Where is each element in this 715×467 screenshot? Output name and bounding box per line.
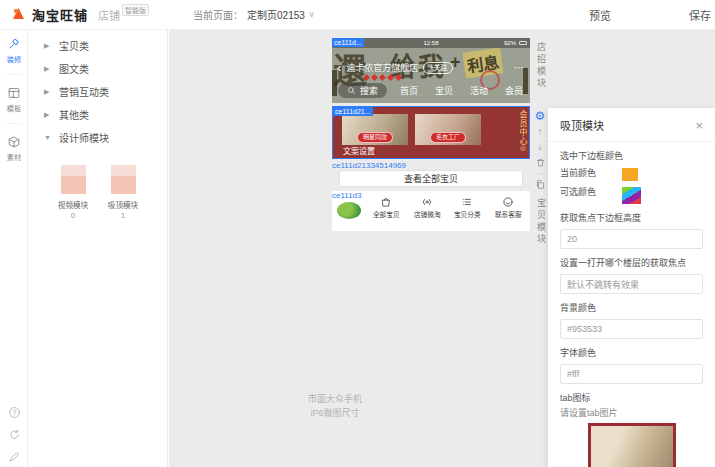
rail-bottom bbox=[0, 406, 28, 463]
store-tab-home[interactable]: 首页 bbox=[400, 84, 418, 97]
store-nav-items: 全部宝贝 店铺微淘 宝贝分类 bbox=[366, 194, 528, 231]
product-photo: 毛衣工厂 bbox=[415, 114, 481, 145]
tree-collapsed-icon: ▶ bbox=[44, 42, 52, 50]
module-id-tag: ce111d21... bbox=[333, 107, 373, 116]
footnote-line1: 市面大众手机 bbox=[292, 392, 378, 406]
current-page-label: 当前页面： bbox=[193, 7, 243, 22]
tab-image-block: 明星同款 ↑ ↓ bbox=[560, 423, 703, 467]
focus-height-label: 获取焦点下边框高度 bbox=[560, 211, 703, 224]
move-down-icon[interactable]: ↓ bbox=[538, 142, 543, 152]
photo-tag-button[interactable]: 明星同款 bbox=[357, 132, 393, 143]
tree-item-label: 设计师模块 bbox=[59, 130, 109, 145]
customer-service-icon bbox=[502, 196, 514, 208]
save-button[interactable]: 保存 bbox=[689, 7, 711, 23]
store-avatar bbox=[337, 202, 361, 219]
module-caption: 文案设置 bbox=[343, 145, 375, 156]
tab-image-preview[interactable]: 明星同款 bbox=[588, 423, 676, 467]
tree-item-designer-modules[interactable]: ▼ 设计师模块 bbox=[29, 126, 167, 149]
panel-title: 吸顶模块 bbox=[560, 117, 604, 133]
store-nav-module[interactable]: ce111d3 全部宝贝 店铺微淘 bbox=[332, 191, 530, 231]
nav-item-label: 全部宝贝 bbox=[367, 209, 405, 219]
feedback-edit-icon[interactable] bbox=[8, 450, 21, 463]
broadcast-icon bbox=[421, 196, 433, 208]
status-time: 12:58 bbox=[423, 38, 438, 48]
nav-item-label: 店铺微淘 bbox=[408, 209, 446, 219]
store-search-row: 搜索 首页 宝贝 活动 会员 bbox=[338, 83, 526, 98]
store-banner-module[interactable]: 還 给我 + 利息 ‹ 迪卡侬官方旗舰店 +关注 ⋯ bbox=[332, 48, 530, 103]
current-page-selector[interactable]: 当前页面： 定制页02153 ∨ bbox=[193, 7, 315, 22]
background-color-label: 背景颜色 bbox=[560, 301, 703, 314]
left-rail: 装修 模板 素材 bbox=[0, 30, 28, 467]
rail-item-label: 装修 bbox=[1, 54, 26, 64]
close-icon[interactable]: × bbox=[695, 120, 703, 131]
help-icon[interactable] bbox=[8, 406, 21, 419]
store-designer-app: 淘宝旺铺 店铺 智能版 当前页面： 定制页02153 ∨ 预览 保存 装修 bbox=[0, 0, 715, 467]
tree-item-other[interactable]: ▶ 其他类 bbox=[29, 103, 167, 126]
search-input[interactable]: 搜索 bbox=[338, 83, 387, 98]
module-settings-gear-icon[interactable]: ⚙ bbox=[535, 110, 546, 122]
nav-item-all-products[interactable]: 全部宝贝 bbox=[366, 194, 407, 231]
color-picker-swatch[interactable] bbox=[622, 187, 641, 204]
divider bbox=[5, 123, 22, 124]
store-tab[interactable]: 店铺 bbox=[98, 7, 120, 23]
refresh-icon[interactable] bbox=[8, 428, 21, 441]
delete-trash-icon[interactable] bbox=[535, 157, 546, 168]
tree-expanded-icon: ▼ bbox=[44, 134, 52, 141]
module-thumbnail bbox=[61, 165, 86, 194]
store-tab-activity[interactable]: 活动 bbox=[470, 84, 488, 97]
canvas-footnote: 市面大众手机 iP6做图尺寸 bbox=[292, 392, 378, 421]
module-label: 吸顶模块 bbox=[107, 199, 139, 209]
view-all-products-button[interactable]: 查看全部宝贝 bbox=[339, 170, 523, 187]
module-card-video[interactable]: 视频模块 0 bbox=[56, 165, 90, 220]
store-tab-items[interactable]: 宝贝 bbox=[435, 84, 453, 97]
move-up-icon[interactable]: ↑ bbox=[538, 127, 543, 137]
bag-icon bbox=[380, 196, 392, 208]
tab-image-hint: 请设置tab图片 bbox=[560, 406, 703, 419]
tree-item-label: 宝贝类 bbox=[59, 38, 89, 53]
sticky-module-selected[interactable]: ce111d21... 明星同款 毛衣工厂 会员中心 ◎ 文案设置 bbox=[332, 106, 530, 159]
store-name: 迪卡侬官方旗舰店 bbox=[346, 61, 418, 74]
tree-collapsed-icon: ▶ bbox=[44, 88, 52, 96]
focus-height-input[interactable] bbox=[560, 229, 703, 249]
nav-item-weitao[interactable]: 店铺微淘 bbox=[407, 194, 448, 231]
font-color-label: 字体颜色 bbox=[560, 346, 703, 359]
tree-collapsed-icon: ▶ bbox=[44, 111, 52, 119]
photo-tag-button[interactable]: 毛衣工厂 bbox=[430, 132, 466, 143]
follow-button[interactable]: +关注 bbox=[423, 62, 453, 74]
rail-item-decorate[interactable]: 装修 bbox=[0, 30, 28, 70]
module-thumbnail bbox=[111, 165, 136, 194]
store-tab-member[interactable]: 会员 bbox=[505, 84, 523, 97]
module-card-sticky[interactable]: 吸顶模块 1 bbox=[106, 165, 140, 220]
tree-item-image-text[interactable]: ▶ 图文类 bbox=[29, 57, 167, 80]
designer-module-list: 视频模块 0 吸顶模块 1 bbox=[29, 149, 167, 220]
module-toolbar: ⚙ ↑ ↓ bbox=[532, 110, 548, 190]
nav-item-categories[interactable]: 宝贝分类 bbox=[447, 194, 488, 231]
version-badge: 智能版 bbox=[122, 4, 149, 16]
open-floor-label: 设置一打开哪个楼层的获取焦点 bbox=[560, 256, 703, 269]
nav-item-customer-service[interactable]: 联系客服 bbox=[488, 194, 529, 231]
tree-item-marketing[interactable]: ▶ 营销互动类 bbox=[29, 80, 167, 103]
product-photo: 明星同款 bbox=[342, 114, 408, 145]
font-color-input[interactable] bbox=[560, 364, 703, 384]
app-title: 淘宝旺铺 bbox=[32, 5, 88, 24]
current-color-label: 当前颜色 bbox=[560, 168, 622, 180]
nav-item-label: 宝贝分类 bbox=[448, 209, 486, 219]
member-center-ribbon[interactable]: 会员中心 bbox=[517, 110, 528, 146]
rail-item-label: 模板 bbox=[1, 103, 26, 113]
decorate-brush-icon bbox=[7, 37, 21, 51]
back-icon[interactable]: ‹ bbox=[337, 63, 341, 73]
preview-button[interactable]: 预览 bbox=[589, 7, 611, 23]
optional-color-label: 可选颜色 bbox=[560, 187, 596, 199]
current-color-swatch[interactable] bbox=[622, 168, 638, 181]
rail-item-template[interactable]: 模板 bbox=[0, 79, 28, 119]
open-floor-select[interactable] bbox=[560, 274, 703, 294]
rail-item-material[interactable]: 素材 bbox=[0, 128, 28, 168]
more-icon[interactable]: ⋯ bbox=[514, 62, 525, 73]
tree-item-products[interactable]: ▶ 宝贝类 bbox=[29, 34, 167, 57]
module-vertical-label-banner: 店招模块 bbox=[535, 42, 548, 90]
copy-icon[interactable] bbox=[535, 179, 546, 190]
rail-item-label: 素材 bbox=[1, 152, 26, 162]
module-id-tag: ce111d3 bbox=[332, 191, 362, 200]
background-color-input[interactable] bbox=[560, 319, 703, 339]
list-icon bbox=[461, 196, 473, 208]
